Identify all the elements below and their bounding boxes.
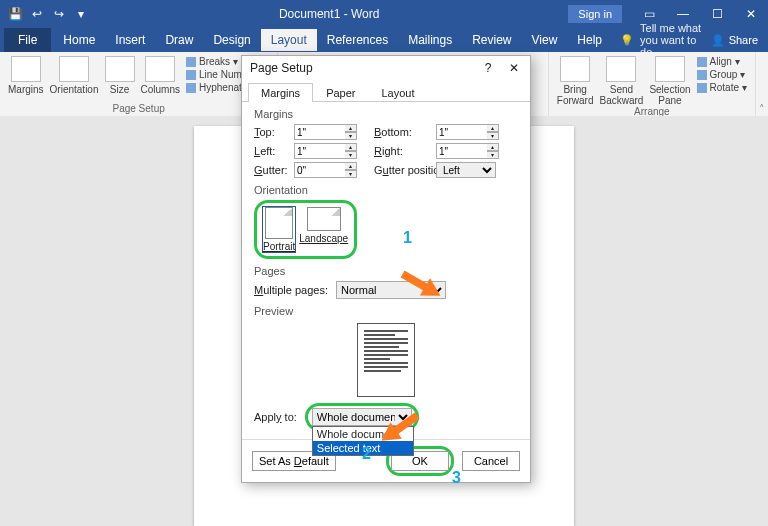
redo-icon[interactable]: ↪ bbox=[50, 5, 68, 23]
annotation-2: 2 bbox=[362, 445, 371, 463]
dialog-title: Page Setup bbox=[250, 61, 313, 75]
share-label: Share bbox=[729, 34, 758, 46]
preview-pane bbox=[254, 323, 518, 397]
columns-icon bbox=[145, 56, 175, 82]
gutter-pos-label: Gutter position: bbox=[374, 164, 436, 176]
align-button[interactable]: Align ▾ bbox=[697, 56, 747, 67]
apply-to-label: Apply to: bbox=[254, 411, 297, 423]
group-button[interactable]: Group ▾ bbox=[697, 69, 747, 80]
orientation-button[interactable]: Orientation bbox=[50, 56, 99, 95]
annotation-1: 1 bbox=[403, 229, 412, 247]
close-icon[interactable]: ✕ bbox=[734, 0, 768, 28]
pages-section-label: Pages bbox=[254, 265, 518, 277]
align-label: Align bbox=[710, 56, 732, 67]
selection-pane-icon bbox=[655, 56, 685, 82]
tab-review[interactable]: Review bbox=[462, 29, 521, 51]
top-input[interactable] bbox=[294, 124, 346, 140]
rotate-button[interactable]: Rotate ▾ bbox=[697, 82, 747, 93]
orientation-label: Orientation bbox=[50, 84, 99, 95]
set-default-label: Set As Default bbox=[259, 455, 329, 467]
portrait-icon bbox=[265, 207, 293, 239]
selection-pane-button[interactable]: Selection Pane bbox=[649, 56, 690, 106]
undo-icon[interactable]: ↩ bbox=[28, 5, 46, 23]
gutter-spinner[interactable]: ▴▾ bbox=[345, 162, 357, 178]
top-label: Top: bbox=[254, 126, 294, 138]
hyphenation-icon bbox=[186, 83, 196, 93]
margins-button[interactable]: Margins bbox=[8, 56, 44, 95]
tab-home[interactable]: Home bbox=[53, 29, 105, 51]
qat-dropdown-icon[interactable]: ▾ bbox=[72, 5, 90, 23]
tab-view[interactable]: View bbox=[522, 29, 568, 51]
tab-file[interactable]: File bbox=[4, 28, 51, 52]
bottom-input[interactable] bbox=[436, 124, 488, 140]
breaks-icon bbox=[186, 57, 196, 67]
gutter-label: Gutter: bbox=[254, 164, 294, 176]
dialog-close-icon[interactable]: ✕ bbox=[506, 61, 522, 75]
send-backward-button[interactable]: Send Backward bbox=[599, 56, 643, 106]
margins-section-label: Margins bbox=[254, 108, 518, 120]
breaks-label: Breaks bbox=[199, 56, 230, 67]
bottom-label: Bottom: bbox=[374, 126, 436, 138]
ribbon-group-arrange: Bring Forward Send Backward Selection Pa… bbox=[548, 52, 756, 116]
tab-draw[interactable]: Draw bbox=[155, 29, 203, 51]
tab-mailings[interactable]: Mailings bbox=[398, 29, 462, 51]
bring-forward-button[interactable]: Bring Forward bbox=[557, 56, 594, 106]
landscape-label: Landscape bbox=[299, 233, 348, 244]
share-icon: 👤 bbox=[711, 34, 725, 47]
portrait-label: Portrait bbox=[263, 241, 295, 252]
top-spinner[interactable]: ▴▾ bbox=[345, 124, 357, 140]
document-title: Document1 - Word bbox=[90, 7, 568, 21]
save-icon[interactable]: 💾 bbox=[6, 5, 24, 23]
bring-forward-label: Bring Forward bbox=[557, 84, 594, 106]
bottom-spinner[interactable]: ▴▾ bbox=[487, 124, 499, 140]
align-icon bbox=[697, 57, 707, 67]
size-label: Size bbox=[110, 84, 129, 95]
multiple-pages-label: Multiple pages: bbox=[254, 284, 328, 296]
columns-label: Columns bbox=[141, 84, 180, 95]
menu-bar: File Home Insert Draw Design Layout Refe… bbox=[0, 28, 768, 52]
size-button[interactable]: Size bbox=[105, 56, 135, 95]
portrait-button[interactable]: Portrait bbox=[263, 207, 295, 252]
landscape-button[interactable]: Landscape bbox=[299, 207, 348, 252]
tab-design[interactable]: Design bbox=[203, 29, 260, 51]
right-input[interactable] bbox=[436, 143, 488, 159]
orientation-highlight: Portrait Landscape bbox=[254, 200, 357, 259]
dialog-tab-paper[interactable]: Paper bbox=[313, 83, 368, 102]
left-spinner[interactable]: ▴▾ bbox=[345, 143, 357, 159]
dialog-tab-margins[interactable]: Margins bbox=[248, 83, 313, 102]
tab-layout[interactable]: Layout bbox=[261, 29, 317, 51]
selection-pane-label: Selection Pane bbox=[649, 84, 690, 106]
sign-in-button[interactable]: Sign in bbox=[568, 5, 622, 23]
right-spinner[interactable]: ▴▾ bbox=[487, 143, 499, 159]
landscape-icon bbox=[307, 207, 341, 231]
tab-help[interactable]: Help bbox=[567, 29, 612, 51]
left-label: Left: bbox=[254, 145, 294, 157]
share-button[interactable]: 👤 Share bbox=[711, 34, 758, 47]
tab-insert[interactable]: Insert bbox=[105, 29, 155, 51]
gutter-input[interactable] bbox=[294, 162, 346, 178]
size-icon bbox=[105, 56, 135, 82]
gutter-pos-select[interactable]: Left bbox=[436, 162, 496, 178]
preview-section-label: Preview bbox=[254, 305, 518, 317]
send-backward-icon bbox=[606, 56, 636, 82]
line-numbers-icon bbox=[186, 70, 196, 80]
rotate-icon bbox=[697, 83, 707, 93]
lightbulb-icon: 💡 bbox=[620, 34, 634, 47]
columns-button[interactable]: Columns bbox=[141, 56, 180, 95]
group-label: Group bbox=[710, 69, 738, 80]
orientation-icon bbox=[59, 56, 89, 82]
collapse-ribbon-icon[interactable]: ˄ bbox=[756, 52, 768, 116]
group-label-page-setup: Page Setup bbox=[112, 103, 164, 114]
send-backward-label: Send Backward bbox=[599, 84, 643, 106]
tab-references[interactable]: References bbox=[317, 29, 398, 51]
dialog-tab-layout[interactable]: Layout bbox=[368, 83, 427, 102]
group-icon bbox=[697, 70, 707, 80]
dialog-titlebar[interactable]: Page Setup ? ✕ bbox=[242, 56, 530, 80]
annotation-3: 3 bbox=[452, 469, 461, 487]
margins-icon bbox=[11, 56, 41, 82]
cancel-button[interactable]: Cancel bbox=[462, 451, 520, 471]
left-input[interactable] bbox=[294, 143, 346, 159]
right-label: Right: bbox=[374, 145, 436, 157]
orientation-section-label: Orientation bbox=[254, 184, 518, 196]
help-icon[interactable]: ? bbox=[480, 61, 496, 75]
